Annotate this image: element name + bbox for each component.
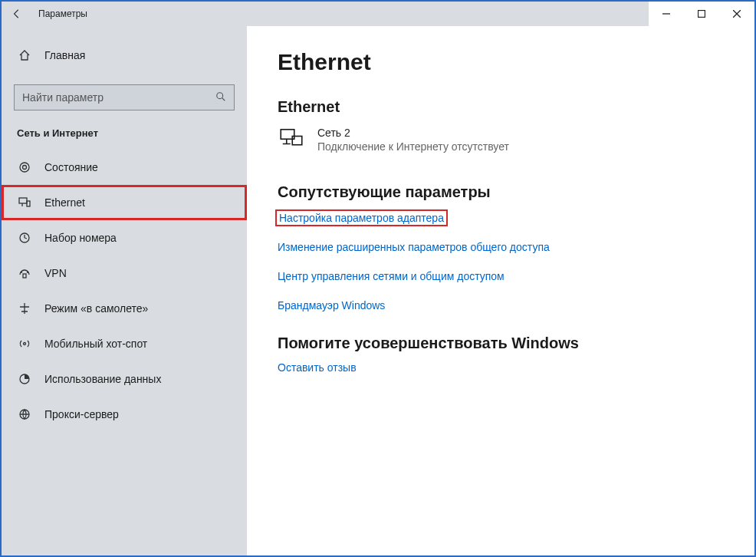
- link-feedback[interactable]: Оставить отзыв: [278, 361, 754, 374]
- sidebar: Главная Сеть и Интернет Состояние Et: [2, 26, 247, 555]
- body: Главная Сеть и Интернет Состояние Et: [2, 26, 754, 555]
- titlebar: Параметры: [2, 2, 754, 26]
- hotspot-icon: [17, 338, 32, 350]
- related-settings-title: Сопутствующие параметры: [278, 183, 754, 201]
- vpn-icon: [17, 267, 32, 279]
- main-content: Ethernet Ethernet Сеть 2 Подключение к И…: [247, 26, 754, 555]
- sidebar-item-dialup[interactable]: Набор номера: [2, 220, 247, 255]
- svg-rect-0: [698, 11, 705, 18]
- proxy-icon: [17, 408, 32, 420]
- svg-rect-5: [27, 201, 30, 206]
- sidebar-item-proxy[interactable]: Прокси-сервер: [2, 397, 247, 432]
- link-network-center[interactable]: Центр управления сетями и общим доступом: [278, 270, 754, 282]
- page-title: Ethernet: [278, 49, 754, 75]
- sidebar-item-status[interactable]: Состояние: [2, 150, 247, 185]
- sidebar-item-datausage[interactable]: Использование данных: [2, 361, 247, 397]
- network-icon: [278, 127, 305, 148]
- feedback-title: Помогите усовершенствовать Windows: [278, 335, 754, 352]
- svg-rect-4: [19, 198, 27, 203]
- window-controls: [649, 2, 754, 26]
- sidebar-item-ethernet[interactable]: Ethernet: [2, 185, 247, 220]
- airplane-icon: [17, 302, 32, 315]
- network-item[interactable]: Сеть 2 Подключение к Интернету отсутству…: [278, 127, 754, 153]
- maximize-button[interactable]: [684, 2, 719, 26]
- sidebar-item-hotspot[interactable]: Мобильный хот-спот: [2, 326, 247, 361]
- search-box[interactable]: [14, 84, 235, 110]
- dialup-icon: [17, 232, 32, 244]
- home-button[interactable]: Главная: [2, 40, 247, 71]
- back-button[interactable]: [2, 2, 32, 26]
- sidebar-item-label: Состояние: [44, 161, 98, 173]
- svg-rect-7: [23, 274, 26, 278]
- home-label: Главная: [44, 49, 85, 61]
- sidebar-item-label: VPN: [44, 267, 67, 279]
- settings-window: Параметры Главная: [0, 0, 756, 557]
- sidebar-item-label: Использование данных: [44, 373, 161, 385]
- section-title: Сеть и Интернет: [2, 127, 247, 150]
- section-heading-ethernet: Ethernet: [278, 98, 754, 116]
- sidebar-item-label: Режим «в самолете»: [44, 302, 148, 315]
- datausage-icon: [17, 373, 32, 385]
- close-button[interactable]: [719, 2, 754, 26]
- window-title: Параметры: [32, 8, 87, 19]
- link-adapter-settings[interactable]: Настройка параметров адаптера: [278, 212, 445, 224]
- sidebar-item-label: Набор номера: [44, 232, 117, 244]
- sidebar-item-airplane[interactable]: Режим «в самолете»: [2, 291, 247, 326]
- svg-point-1: [217, 92, 223, 98]
- sidebar-item-label: Мобильный хот-спот: [44, 338, 147, 350]
- ethernet-icon: [17, 196, 32, 209]
- network-text: Сеть 2 Подключение к Интернету отсутству…: [317, 127, 509, 153]
- sidebar-item-label: Прокси-сервер: [44, 408, 119, 420]
- home-icon: [17, 49, 32, 61]
- svg-point-3: [23, 166, 27, 170]
- network-name: Сеть 2: [317, 127, 509, 139]
- sidebar-item-label: Ethernet: [44, 196, 85, 209]
- status-icon: [17, 161, 32, 173]
- link-firewall[interactable]: Брандмауэр Windows: [278, 299, 754, 311]
- link-advanced-sharing[interactable]: Изменение расширенных параметров общего …: [278, 241, 754, 253]
- svg-point-2: [20, 163, 29, 172]
- search-input[interactable]: [22, 91, 215, 104]
- search-icon: [215, 91, 226, 104]
- sidebar-item-vpn[interactable]: VPN: [2, 255, 247, 291]
- minimize-button[interactable]: [649, 2, 684, 26]
- svg-point-8: [24, 343, 26, 345]
- network-status: Подключение к Интернету отсутствует: [317, 140, 509, 153]
